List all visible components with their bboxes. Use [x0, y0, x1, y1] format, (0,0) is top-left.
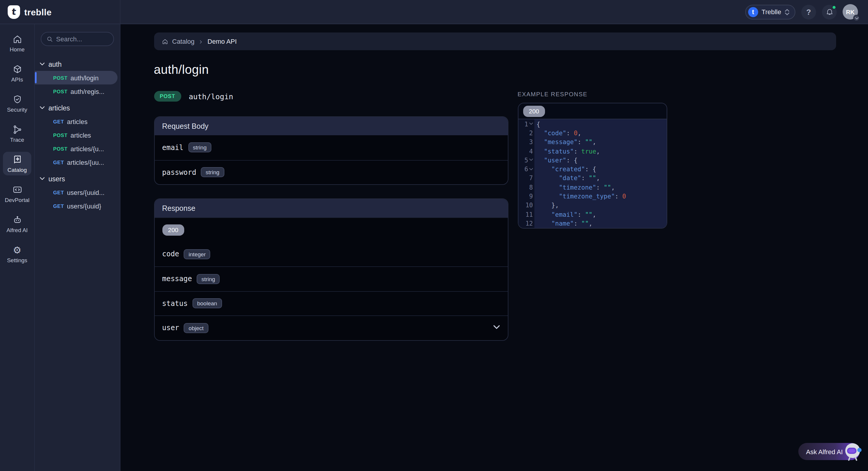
expand-toggle[interactable] [493, 323, 500, 334]
token-key: "user" [544, 157, 566, 164]
tree-item-articles/{uu...[interactable]: GETarticles/{uu... [35, 155, 117, 169]
field-row-status: statusboolean [154, 291, 507, 315]
endpoint-path-label: users/{uuid... [67, 189, 104, 196]
method-badge: POST [53, 88, 68, 94]
code-text: "date": "", [534, 174, 666, 183]
notifications-button[interactable] [822, 4, 837, 19]
code-text: { [534, 119, 666, 128]
nav-item-devportal[interactable]: DevPortal [3, 182, 31, 206]
token-punc: , [589, 220, 593, 227]
type-badge: string [197, 274, 220, 284]
schema-column: POST auth/login Request Body emailstring… [154, 90, 508, 341]
code-line-7: 7 "date": "", [518, 174, 666, 183]
workspace-name: Treblle [762, 8, 781, 15]
token-str: "" [589, 175, 596, 182]
line-number: 9 [518, 192, 534, 201]
method-badge: POST [53, 132, 68, 138]
token-key: "timezone" [559, 183, 596, 190]
token-key: "created" [552, 165, 585, 172]
nav-label: Alfred AI [6, 227, 28, 233]
nav-item-catalog[interactable]: Catalog [3, 152, 31, 176]
field-name: password [162, 168, 196, 177]
tree-item-articles/{u...[interactable]: POSTarticles/{u... [35, 142, 117, 155]
search-icon [46, 36, 53, 42]
brand: t treblle [0, 0, 120, 24]
user-avatar[interactable]: RK [843, 4, 858, 20]
tree-item-auth/regis...[interactable]: POSTauth/regis... [35, 85, 117, 98]
tree-item-articles[interactable]: GETarticles [35, 115, 117, 128]
nav-item-security[interactable]: Security [3, 92, 31, 115]
cube-icon [12, 64, 22, 74]
fold-toggle[interactable] [529, 167, 533, 171]
help-button[interactable]: ? [801, 4, 816, 19]
chevron-down-icon [529, 158, 533, 162]
bell-icon [825, 8, 833, 16]
status-200-tab[interactable]: 200 [523, 105, 545, 117]
line-number: 8 [518, 183, 534, 192]
sort-chevrons-icon [785, 8, 789, 15]
fold-toggle[interactable] [529, 158, 533, 162]
nav-item-apis[interactable]: APIs [3, 61, 31, 85]
token-key: "code" [544, 129, 566, 136]
endpoint-path-label: articles [67, 118, 88, 125]
search-box[interactable] [41, 32, 114, 46]
method-badge: GET [53, 203, 64, 209]
token-ws [536, 129, 544, 136]
token-punc: }, [552, 202, 559, 209]
chevron-right-icon [199, 39, 204, 44]
request-body-rows: emailstringpasswordstring [154, 135, 507, 184]
field-name: email [162, 144, 183, 152]
token-key: "message" [544, 138, 578, 145]
method-badge: POST [154, 91, 181, 102]
tree-group-articles[interactable]: articles [35, 101, 120, 115]
status-200-badge: 200 [162, 224, 184, 236]
ask-alfred-button[interactable]: Ask Alfred AI [798, 443, 860, 460]
fold-toggle[interactable] [529, 122, 533, 126]
nav-item-trace[interactable]: Trace [3, 122, 31, 145]
tree-item-users/{uuid}[interactable]: GETusers/{uuid} [35, 199, 117, 213]
tree-group-users[interactable]: users [35, 172, 120, 185]
line-number-text: 7 [529, 175, 533, 182]
tree-item-auth/login[interactable]: POSTauth/login [35, 71, 117, 85]
breadcrumb: Catalog Demo API [154, 32, 836, 50]
nav-item-settings[interactable]: ⚙ Settings [3, 242, 31, 266]
nav-item-alfred-ai[interactable]: Alfred AI [3, 212, 31, 236]
type-badge: object [184, 323, 209, 333]
nav-item-home[interactable]: Home [3, 31, 31, 55]
token-punc: { [536, 120, 540, 127]
page-title: auth/login [154, 63, 836, 77]
tree-item-articles[interactable]: POSTarticles [35, 128, 117, 142]
code-line-12: 12 "name": "", [518, 219, 666, 228]
line-number: 2 [518, 128, 534, 137]
endpoint-path-label: users/{uuid} [67, 202, 101, 209]
code-line-5: 5 "user": { [518, 155, 666, 164]
token-punc: : { [585, 165, 596, 172]
method-badge: POST [53, 75, 68, 81]
example-column: EXAMPLE RESPONSE 200 1{2 "code": 0,3 "me… [518, 90, 667, 228]
breadcrumb-catalog[interactable]: Catalog [172, 38, 194, 45]
example-response-label: EXAMPLE RESPONSE [518, 91, 667, 97]
request-body-header: Request Body [154, 117, 507, 135]
notification-dot [832, 5, 836, 9]
app-body: Home APIs Security Trace Catalog DevPort… [0, 24, 868, 471]
token-ws [536, 147, 544, 154]
line-number-text: 6 [524, 165, 528, 172]
gear-icon: ⚙ [13, 245, 22, 255]
trace-graph-icon [12, 125, 22, 135]
field-name: message [162, 275, 192, 283]
token-key: "email" [552, 211, 578, 218]
token-str: "" [585, 211, 592, 218]
avatar-caret [853, 15, 860, 21]
tree-item-users/{uuid...[interactable]: GETusers/{uuid... [35, 185, 117, 199]
field-row-user[interactable]: userobject [154, 315, 507, 340]
token-ws [536, 220, 552, 227]
line-number: 3 [518, 137, 534, 147]
line-number-text: 1 [524, 120, 528, 127]
token-ws [536, 192, 559, 200]
search-input[interactable] [56, 35, 103, 42]
workspace-selector[interactable]: t Treblle [745, 4, 795, 19]
code-text: "name": "", [534, 219, 666, 228]
home-icon [161, 38, 168, 44]
tree-group-auth[interactable]: auth [35, 57, 120, 71]
token-punc: : { [566, 157, 578, 164]
